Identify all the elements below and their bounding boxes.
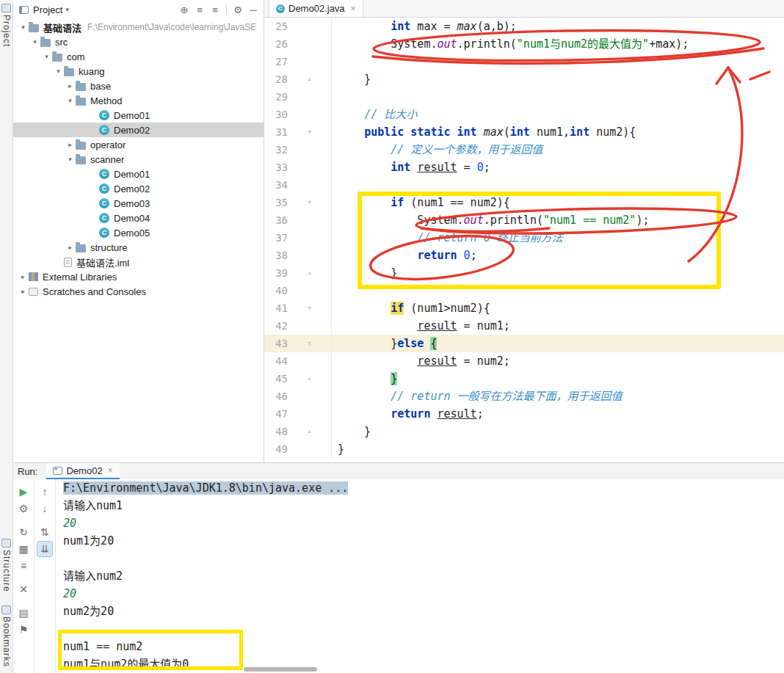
project-panel-title[interactable]: Project — [33, 4, 62, 15]
line-number[interactable]: 37 — [264, 229, 288, 247]
line-number[interactable]: 46 — [264, 388, 288, 405]
fold-start-icon[interactable]: ▿ — [288, 194, 332, 211]
up-stacktrace-button[interactable]: ↑ — [37, 484, 53, 500]
code-line-29[interactable]: 29 — [264, 88, 784, 106]
tree-item-demo02[interactable]: CDemo02 — [13, 123, 264, 137]
tree-item-基础语法[interactable]: ▾基础语法F:\Environment\Java\code\learning\J… — [13, 20, 264, 34]
code-line-40[interactable]: 40 — [264, 282, 784, 299]
down-stacktrace-button[interactable]: ↓ — [37, 501, 53, 517]
line-number[interactable]: 26 — [264, 35, 288, 53]
line-number[interactable]: 27 — [264, 53, 288, 70]
code-line-31[interactable]: 31▿ public static int max(int num1,int n… — [264, 123, 784, 141]
stripe-bookmarks-button[interactable]: Bookmarks — [0, 603, 12, 667]
line-number[interactable]: 35 — [264, 194, 288, 211]
code-line-26[interactable]: 26 System.out.println("num1与num2的最大值为"+m… — [264, 35, 784, 53]
chevron-right-icon[interactable]: ▸ — [65, 82, 76, 90]
code-line-32[interactable]: 32 // 定义一个参数，用于返回值 — [264, 141, 784, 159]
code-line-33[interactable]: 33 int result = 0; — [264, 159, 784, 176]
chevron-down-icon[interactable]: ▾ — [29, 38, 40, 46]
close-icon[interactable]: × — [351, 4, 356, 14]
line-number[interactable]: 31 — [264, 123, 288, 141]
code-line-45[interactable]: 45▵ } — [264, 370, 784, 388]
tree-item-demo03[interactable]: CDemo03 — [13, 196, 264, 211]
hide-panel-button[interactable]: ─ — [246, 2, 261, 17]
line-number[interactable]: 28 — [264, 70, 288, 88]
restore-layout-button[interactable]: ▤ — [15, 605, 32, 621]
tree-item-scratches-and-consoles[interactable]: ▸Scratches and Consoles — [13, 284, 264, 299]
tree-item-kuang[interactable]: ▾kuang — [13, 64, 264, 79]
code-line-34[interactable]: 34 — [264, 176, 784, 194]
line-number[interactable]: 49 — [264, 440, 288, 458]
line-number[interactable]: 45 — [264, 370, 288, 388]
tree-item-src[interactable]: ▾src — [13, 34, 264, 49]
console-line[interactable]: 20 — [63, 514, 784, 532]
rerun-failed-tests-button[interactable]: ↻ — [15, 524, 32, 540]
run-tab-demo02[interactable]: Demo02 × — [46, 463, 119, 479]
code-line-47[interactable]: 47 return result; — [264, 405, 784, 423]
print-button[interactable]: ≡ — [15, 558, 32, 574]
rerun-button[interactable]: ▶ — [15, 484, 32, 500]
chevron-right-icon[interactable]: ▸ — [18, 288, 29, 295]
tree-item-基础语法.iml[interactable]: 基础语法.iml — [13, 255, 264, 269]
wrench-settings-button[interactable]: ⚙ — [15, 501, 32, 517]
fold-start-icon[interactable]: ▿ — [288, 299, 332, 317]
soft-wrap-button[interactable]: ⇅ — [37, 524, 53, 540]
chevron-down-icon[interactable]: ▾ — [65, 156, 76, 163]
code-editor[interactable]: 25 int max = max(a,b);26 System.out.prin… — [264, 18, 784, 462]
tree-item-demo04[interactable]: CDemo04 — [13, 211, 264, 225]
fold-end-icon[interactable]: ▵ — [288, 70, 332, 88]
tree-item-demo01[interactable]: CDemo01 — [13, 167, 264, 181]
horizontal-scrollbar-thumb[interactable] — [244, 667, 317, 672]
tree-item-scanner[interactable]: ▾scanner — [13, 152, 264, 167]
chevron-right-icon[interactable]: ▸ — [18, 273, 29, 280]
code-line-41[interactable]: 41▿ if (num1>num2){ — [264, 299, 784, 317]
fold-end-icon[interactable]: ▵ — [288, 370, 332, 388]
line-number[interactable]: 30 — [264, 106, 288, 123]
tree-item-method[interactable]: ▾Method — [13, 93, 264, 108]
tree-item-operator[interactable]: ▸operator — [13, 137, 264, 152]
collapse-all-button[interactable]: ≡ — [208, 2, 222, 17]
line-number[interactable]: 40 — [264, 282, 288, 299]
code-line-35[interactable]: 35▿ if (num1 == num2){ — [264, 194, 784, 211]
code-line-30[interactable]: 30 // 比大小 — [264, 106, 784, 123]
console-line[interactable]: 请输入num2 — [63, 567, 784, 585]
line-number[interactable]: 33 — [264, 159, 288, 176]
line-number[interactable]: 39 — [264, 264, 288, 282]
clear-all-button[interactable]: ✕ — [15, 581, 32, 597]
chevron-right-icon[interactable]: ▸ — [65, 244, 76, 251]
line-number[interactable]: 48 — [264, 423, 288, 440]
code-line-27[interactable]: 27 — [264, 53, 784, 70]
console-line[interactable] — [63, 620, 784, 638]
stripe-structure-button[interactable]: Structure — [0, 536, 12, 592]
code-line-44[interactable]: 44 result = num2; — [264, 352, 784, 370]
fold-end-icon[interactable]: ▵ — [288, 423, 332, 440]
tree-item-demo02[interactable]: CDemo02 — [13, 181, 264, 196]
chevron-down-icon[interactable]: ▾ — [65, 6, 69, 13]
code-line-42[interactable]: 42 result = num1; — [264, 317, 784, 335]
chevron-down-icon[interactable]: ▾ — [41, 53, 52, 60]
fold-start-icon[interactable]: ▿ — [288, 123, 332, 141]
code-line-37[interactable]: 37 // return 0 终止当前方法 — [264, 229, 784, 247]
tab-demo02-java[interactable]: C Demo02.java × — [269, 0, 363, 17]
project-tree[interactable]: ▾基础语法F:\Environment\Java\code\learning\J… — [13, 20, 264, 462]
line-number[interactable]: 43 — [264, 335, 288, 352]
console-line[interactable]: num1 == num2 — [63, 638, 784, 655]
line-number[interactable]: 29 — [264, 88, 288, 106]
close-icon[interactable]: × — [108, 465, 113, 476]
console-line[interactable]: num1与num2的最大值为0 — [63, 655, 784, 673]
code-line-28[interactable]: 28▵ } — [264, 70, 784, 88]
scroll-to-end-button[interactable]: ⇊ — [37, 541, 53, 557]
code-line-46[interactable]: 46 // return 一般写在方法最下面，用于返回值 — [264, 388, 784, 405]
pin-tab-button[interactable]: ⚑ — [15, 622, 32, 638]
console-line[interactable]: num1为20 — [63, 532, 784, 550]
console-line[interactable]: 请输入num1 — [63, 497, 784, 514]
coverage-button[interactable]: ▦ — [15, 541, 32, 557]
tree-item-demo05[interactable]: CDemo05 — [13, 225, 264, 240]
code-line-43[interactable]: 43▿ }else { — [264, 335, 784, 352]
locate-file-button[interactable]: ⊕ — [177, 2, 192, 17]
line-number[interactable]: 25 — [264, 18, 288, 35]
console-line[interactable] — [63, 550, 784, 567]
tree-item-external-libraries[interactable]: ▸External Libraries — [13, 269, 264, 284]
console-line[interactable]: num2为20 — [63, 603, 784, 620]
chevron-down-icon[interactable]: ▾ — [65, 97, 76, 104]
